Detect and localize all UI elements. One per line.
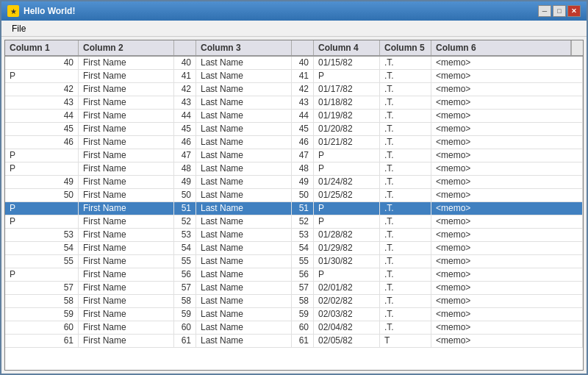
table-row[interactable]: 40First Name40Last Name4001/15/82.T.<mem… <box>5 57 583 70</box>
cell-col3: Last Name <box>196 149 292 162</box>
table-row[interactable]: 42First Name42Last Name4201/17/82.T.<mem… <box>5 83 583 96</box>
maximize-button[interactable]: □ <box>553 5 566 17</box>
cell-col4: 01/24/82 <box>314 176 380 188</box>
col-header-6[interactable]: Column 6 <box>431 40 571 55</box>
table-row[interactable]: 45First Name45Last Name4501/20/82.T.<mem… <box>5 123 583 136</box>
cell-col1: 55 <box>5 255 79 268</box>
table-row[interactable]: PFirst Name51Last Name51P.T.<memo> <box>5 202 583 215</box>
content-area: Column 1 Column 2 Column 3 Column 4 Colu… <box>1 37 587 374</box>
cell-col3: Last Name <box>196 123 292 135</box>
menu-file[interactable]: File <box>6 22 32 35</box>
table-row[interactable]: 61First Name61Last Name6102/05/82T<memo> <box>5 335 583 348</box>
col-header-5[interactable]: Column 5 <box>380 40 431 55</box>
table-row[interactable]: 44First Name44Last Name4401/19/82.T.<mem… <box>5 110 583 123</box>
cell-col3-num: 40 <box>292 57 314 69</box>
cell-col2-num: 57 <box>174 282 196 294</box>
col-header-1[interactable]: Column 1 <box>5 40 79 55</box>
cell-col1: P <box>5 202 79 215</box>
cell-col4: 02/04/82 <box>314 321 380 334</box>
cell-col5: .T. <box>380 215 431 228</box>
cell-col6: <memo> <box>431 295 583 307</box>
cell-col3-num: 42 <box>292 83 314 96</box>
cell-col4: 01/18/82 <box>314 96 380 109</box>
cell-col2-num: 56 <box>174 268 196 281</box>
table-row[interactable]: PFirst Name48Last Name48P.T.<memo> <box>5 162 583 176</box>
cell-col1: 42 <box>5 83 79 96</box>
cell-col3-num: 60 <box>292 321 314 334</box>
cell-col5: .T. <box>380 308 431 321</box>
cell-col5: .T. <box>380 136 431 149</box>
cell-col4: P <box>314 70 380 82</box>
table-row[interactable]: PFirst Name47Last Name47P.T.<memo> <box>5 149 583 162</box>
cell-col2-num: 48 <box>174 162 196 175</box>
cell-col3-num: 56 <box>292 268 314 281</box>
cell-col5: .T. <box>380 189 431 201</box>
cell-col3: Last Name <box>196 57 292 69</box>
table-row[interactable]: 57First Name57Last Name5702/01/82.T.<mem… <box>5 282 583 295</box>
table-row[interactable]: 55First Name55Last Name5501/30/82.T.<mem… <box>5 255 583 268</box>
cell-col6: <memo> <box>431 70 583 82</box>
col-header-3b <box>292 40 314 55</box>
col-header-3[interactable]: Column 3 <box>196 40 292 55</box>
cell-col3-num: 47 <box>292 149 314 162</box>
table-row[interactable]: 53First Name53Last Name5301/28/82.T.<mem… <box>5 229 583 242</box>
cell-col1: 61 <box>5 335 79 347</box>
cell-col1: 53 <box>5 229 79 241</box>
table-row[interactable]: 60First Name60Last Name6002/04/82.T.<mem… <box>5 321 583 335</box>
table-row[interactable]: 43First Name43Last Name4301/18/82.T.<mem… <box>5 96 583 110</box>
cell-col3: Last Name <box>196 202 292 215</box>
cell-col2-num: 42 <box>174 83 196 96</box>
cell-col5: .T. <box>380 96 431 109</box>
title-buttons: ─ □ ✕ <box>538 5 581 17</box>
cell-col5: .T. <box>380 229 431 241</box>
cell-col2-num: 53 <box>174 229 196 241</box>
table-row[interactable]: PFirst Name52Last Name52P.T.<memo> <box>5 215 583 229</box>
minimize-button[interactable]: ─ <box>538 5 551 17</box>
cell-col3-num: 45 <box>292 123 314 135</box>
table-row[interactable]: 58First Name58Last Name5802/02/82.T.<mem… <box>5 295 583 308</box>
cell-col3-num: 59 <box>292 308 314 321</box>
cell-col2-num: 40 <box>174 57 196 69</box>
cell-col5: .T. <box>380 149 431 162</box>
cell-col4: 02/02/82 <box>314 295 380 307</box>
cell-col5: .T. <box>380 202 431 215</box>
cell-col5: .T. <box>380 110 431 122</box>
close-button[interactable]: ✕ <box>567 5 581 17</box>
menu-bar: File <box>1 21 587 37</box>
main-window: ★ Hello World! ─ □ ✕ File Column 1 Colum… <box>0 0 588 375</box>
cell-col3-num: 49 <box>292 176 314 188</box>
table-row[interactable]: 46First Name46Last Name4601/21/82.T.<mem… <box>5 136 583 149</box>
cell-col5: .T. <box>380 162 431 175</box>
cell-col6: <memo> <box>431 255 583 268</box>
header-scrollbar-spacer <box>571 40 583 55</box>
cell-col3-num: 55 <box>292 255 314 268</box>
cell-col5: .T. <box>380 176 431 188</box>
table-row[interactable]: 59First Name59Last Name5902/03/82.T.<mem… <box>5 308 583 321</box>
cell-col6: <memo> <box>431 189 583 201</box>
data-grid: Column 1 Column 2 Column 3 Column 4 Colu… <box>4 40 584 371</box>
cell-col3-num: 51 <box>292 202 314 215</box>
cell-col2: First Name <box>79 202 174 215</box>
col-header-2[interactable]: Column 2 <box>79 40 174 55</box>
cell-col1: P <box>5 70 79 82</box>
table-row[interactable]: PFirst Name56Last Name56P.T.<memo> <box>5 268 583 282</box>
table-row[interactable]: 50First Name50Last Name5001/25/82.T.<mem… <box>5 189 583 202</box>
cell-col3-num: 43 <box>292 96 314 109</box>
cell-col4: 01/21/82 <box>314 136 380 149</box>
cell-col3: Last Name <box>196 162 292 175</box>
grid-body[interactable]: 40First Name40Last Name4001/15/82.T.<mem… <box>5 57 583 370</box>
cell-col3: Last Name <box>196 96 292 109</box>
table-row[interactable]: 54First Name54Last Name5401/29/82.T.<mem… <box>5 242 583 255</box>
cell-col5: .T. <box>380 70 431 82</box>
table-row[interactable]: PFirst Name41Last Name41P.T.<memo> <box>5 70 583 83</box>
cell-col3-num: 48 <box>292 162 314 175</box>
cell-col6: <memo> <box>431 110 583 122</box>
cell-col3: Last Name <box>196 335 292 347</box>
table-row[interactable]: 49First Name49Last Name4901/24/82.T.<mem… <box>5 176 583 189</box>
cell-col3: Last Name <box>196 308 292 321</box>
cell-col2: First Name <box>79 70 174 82</box>
cell-col2: First Name <box>79 110 174 122</box>
col-header-4[interactable]: Column 4 <box>314 40 380 55</box>
cell-col2: First Name <box>79 229 174 241</box>
cell-col3-num: 61 <box>292 335 314 347</box>
